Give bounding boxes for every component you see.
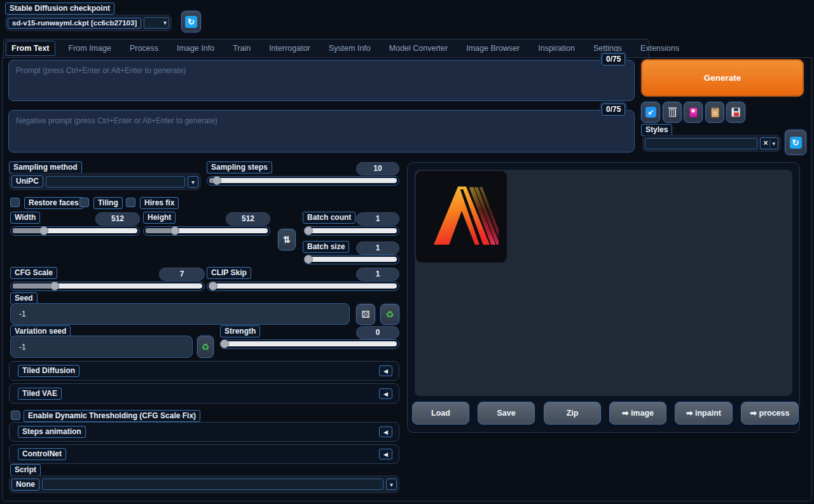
strength-slider[interactable] bbox=[220, 339, 399, 349]
tab-bar: From Text From Image Process Image Info … bbox=[3, 39, 649, 58]
width-label: Width bbox=[10, 212, 40, 224]
gallery-thumbnail[interactable] bbox=[416, 171, 507, 262]
swap-icon: ⇅ bbox=[283, 235, 291, 245]
save-button[interactable]: Save bbox=[478, 402, 535, 425]
tab-process[interactable]: Process bbox=[125, 41, 163, 55]
cfg-scale-slider[interactable] bbox=[10, 282, 205, 291]
recycle-icon: ♻ bbox=[202, 342, 210, 352]
batch-count-value[interactable]: 1 bbox=[356, 212, 399, 226]
seed-box bbox=[10, 303, 350, 325]
send-to-image-button[interactable]: ➡ image bbox=[609, 402, 666, 425]
paste-params-button[interactable]: ↙ bbox=[641, 102, 660, 123]
strength-value[interactable]: 0 bbox=[356, 326, 399, 339]
hires-fix-checkbox[interactable] bbox=[126, 198, 135, 207]
tab-model-converter[interactable]: Model Converter bbox=[384, 41, 453, 55]
reuse-variation-seed-button[interactable]: ♻ bbox=[197, 336, 214, 358]
send-to-process-button[interactable]: ➡ process bbox=[741, 402, 799, 425]
steps-animation-accordion[interactable]: Steps animation ◀ bbox=[9, 422, 399, 442]
checkpoint-dropdown[interactable]: sd-v15-runwayml.ckpt [cc6cb27103] ▾ bbox=[5, 15, 172, 31]
clear-prompt-button[interactable] bbox=[663, 102, 682, 123]
restore-faces-checkbox[interactable] bbox=[10, 198, 20, 207]
refresh-icon: ↻ bbox=[185, 16, 197, 28]
clip-skip-slider[interactable] bbox=[207, 282, 399, 291]
recycle-icon: ♻ bbox=[385, 309, 394, 320]
dynamic-thresholding-checkbox[interactable] bbox=[11, 411, 20, 420]
tab-image-browser[interactable]: Image Browser bbox=[461, 41, 525, 55]
sampling-method-value[interactable]: UniPC bbox=[11, 175, 43, 187]
batch-size-label: Batch size bbox=[303, 241, 349, 253]
checkpoint-search-input[interactable]: ▾ bbox=[144, 17, 169, 29]
negative-prompt-input[interactable] bbox=[8, 110, 635, 153]
accordion-arrow-icon[interactable]: ◀ bbox=[379, 426, 392, 437]
tiled-diffusion-accordion[interactable]: Tiled Diffusion ◀ bbox=[9, 361, 399, 381]
chevron-down-icon[interactable]: ▾ bbox=[188, 176, 198, 187]
apply-style-button[interactable] bbox=[705, 102, 724, 123]
script-value[interactable]: None bbox=[11, 479, 39, 491]
tab-from-image[interactable]: From Image bbox=[64, 41, 116, 55]
styles-dropdown[interactable]: × ▾ bbox=[642, 135, 781, 152]
script-label: Script bbox=[10, 464, 41, 476]
tab-inspiration[interactable]: Inspiration bbox=[533, 41, 580, 55]
cfg-scale-value[interactable]: 7 bbox=[159, 268, 205, 281]
batch-size-slider[interactable] bbox=[304, 255, 399, 264]
send-to-inpaint-button[interactable]: ➡ inpaint bbox=[675, 402, 733, 425]
seed-input[interactable] bbox=[10, 303, 350, 325]
tab-extensions[interactable]: Extensions bbox=[635, 41, 684, 55]
random-seed-button[interactable]: ⚄ bbox=[356, 304, 375, 325]
clip-skip-value[interactable]: 1 bbox=[356, 268, 399, 281]
checkpoint-label: Stable Diffusion checkpoint bbox=[5, 3, 114, 15]
controlnet-accordion[interactable]: ControlNet ◀ bbox=[9, 444, 399, 464]
tiling-label: Tiling bbox=[93, 197, 123, 209]
card-icon bbox=[689, 107, 698, 118]
styles-chevron-down-icon[interactable]: ▾ bbox=[772, 140, 775, 147]
chevron-down-icon[interactable]: ▾ bbox=[163, 19, 167, 26]
tab-system-info[interactable]: System Info bbox=[324, 41, 376, 55]
accordion-arrow-icon[interactable]: ◀ bbox=[379, 388, 392, 399]
sampling-method-dropdown[interactable]: UniPC ▾ bbox=[9, 173, 201, 190]
sampling-method-input[interactable] bbox=[46, 176, 185, 187]
sampling-steps-label: Sampling steps bbox=[207, 161, 272, 174]
variation-seed-box bbox=[10, 336, 193, 358]
cfg-scale-label: CFG Scale bbox=[10, 267, 57, 279]
styles-refresh-button[interactable]: ↻ bbox=[785, 130, 806, 155]
sampling-method-label: Sampling method bbox=[9, 161, 82, 174]
sampling-steps-slider[interactable] bbox=[207, 176, 399, 186]
zip-button[interactable]: Zip bbox=[544, 402, 601, 425]
tiling-checkbox[interactable] bbox=[79, 198, 89, 207]
script-input[interactable] bbox=[42, 479, 383, 490]
tiled-vae-label: Tiled VAE bbox=[18, 388, 62, 400]
width-value[interactable]: 512 bbox=[95, 212, 140, 226]
dynamic-thresholding-label: Enable Dynamic Thresholding (CFG Scale F… bbox=[24, 410, 200, 422]
extra-networks-button[interactable] bbox=[684, 102, 703, 123]
chevron-down-icon[interactable]: ▾ bbox=[386, 479, 397, 490]
tiled-vae-accordion[interactable]: Tiled VAE ◀ bbox=[9, 383, 399, 404]
styles-input[interactable] bbox=[645, 138, 757, 149]
controlnet-label: ControlNet bbox=[18, 448, 66, 460]
paste-icon: ↙ bbox=[645, 107, 656, 118]
height-value[interactable]: 512 bbox=[226, 212, 270, 226]
height-label: Height bbox=[143, 212, 176, 224]
sampling-steps-value[interactable]: 10 bbox=[356, 162, 399, 175]
tab-from-text[interactable]: From Text bbox=[6, 41, 55, 56]
batch-count-slider[interactable] bbox=[304, 226, 399, 236]
checkpoint-refresh-button[interactable]: ↻ bbox=[181, 11, 201, 32]
script-dropdown[interactable]: None ▾ bbox=[9, 475, 399, 493]
width-slider[interactable] bbox=[10, 226, 140, 236]
accordion-arrow-icon[interactable]: ◀ bbox=[379, 365, 392, 376]
tab-train[interactable]: Train bbox=[228, 41, 256, 55]
generate-button[interactable]: Generate bbox=[641, 59, 804, 97]
variation-seed-input[interactable] bbox=[10, 336, 193, 358]
accordion-arrow-icon[interactable]: ◀ bbox=[379, 449, 392, 460]
swap-dimensions-button[interactable]: ⇅ bbox=[278, 229, 296, 250]
tab-interrogator[interactable]: Interrogator bbox=[264, 41, 315, 55]
batch-size-value[interactable]: 1 bbox=[356, 242, 399, 255]
reuse-seed-button[interactable]: ♻ bbox=[380, 304, 399, 325]
tab-image-info[interactable]: Image Info bbox=[172, 41, 219, 55]
checkpoint-value[interactable]: sd-v15-runwayml.ckpt [cc6cb27103] bbox=[8, 18, 141, 29]
load-button[interactable]: Load bbox=[412, 402, 469, 425]
prompt-input[interactable] bbox=[8, 60, 635, 101]
styles-clear-icon[interactable]: × bbox=[763, 138, 768, 149]
save-style-button[interactable] bbox=[726, 102, 745, 123]
height-slider[interactable] bbox=[143, 226, 270, 236]
refresh-icon: ↻ bbox=[790, 137, 802, 149]
